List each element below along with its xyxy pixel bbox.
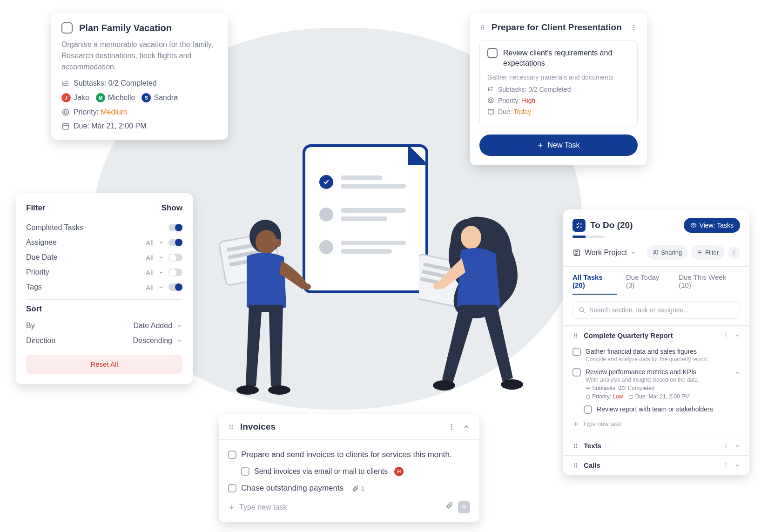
expand-icon[interactable] [734,463,740,468]
filter-label: Filter [705,249,719,256]
assignee-name: Jake [74,94,89,102]
checkbox[interactable] [228,451,236,459]
task-description: Organise a memorable vacation for the fa… [61,39,218,73]
svg-point-43 [574,445,575,446]
sort-direction-label: Direction [26,337,55,345]
drag-handle-icon[interactable] [572,332,579,339]
priority-icon [586,394,591,399]
view-tasks-button[interactable]: View: Tasks [684,218,740,233]
collapse-icon[interactable] [463,423,470,431]
collapse-icon[interactable] [734,370,740,376]
task-text: Send invoices via email or mail to clien… [254,467,388,476]
svg-rect-23 [488,109,493,114]
more-icon[interactable] [723,443,729,449]
more-icon[interactable] [448,423,455,431]
task-row[interactable]: Chase outstanding payments1 [228,480,470,497]
svg-point-8 [232,428,233,429]
subtasks-count: Subtasks: 0/2 Completed [74,79,157,88]
svg-point-11 [451,428,452,430]
more-icon[interactable] [630,24,638,31]
new-task-button[interactable]: New Task [479,135,638,156]
plus-icon [537,142,544,148]
svg-point-24 [693,224,694,226]
svg-point-21 [488,98,493,103]
checkbox[interactable] [572,368,581,377]
task-text: Prepare and send invoices to clients for… [241,450,452,459]
task-row[interactable]: Prepare and send invoices to clients for… [228,446,470,463]
chevron-down-icon [631,250,636,256]
drag-handle-icon[interactable] [479,24,486,31]
tab[interactable]: Due Today (3) [626,273,669,295]
task-row[interactable]: Send invoices via email or mail to clien… [228,463,470,480]
svg-point-32 [574,335,575,336]
chevron-down-icon[interactable] [158,255,164,260]
svg-point-15 [483,25,484,26]
more-icon[interactable] [723,462,729,468]
task-row[interactable]: Review performance metrics and KPIsWrite… [572,365,740,403]
reset-all-button[interactable]: Reset All [26,355,182,374]
drag-handle-icon[interactable] [572,443,579,449]
section-title: Complete Quarterly Report [584,331,673,339]
svg-point-33 [574,337,575,337]
svg-point-27 [734,250,734,251]
checkbox[interactable] [61,22,73,34]
svg-point-39 [725,337,726,337]
drag-handle-icon[interactable] [572,462,579,469]
assignee: JJake [61,93,89,102]
svg-point-37 [725,333,726,334]
subtasks-count: Subtasks: 0/2 Completed [498,86,571,93]
tab[interactable]: All Tasks (20) [572,273,617,295]
more-button[interactable] [728,247,740,259]
tab[interactable]: Due This Week (10) [679,273,740,295]
sharing-button[interactable]: Sharing [647,245,687,260]
expand-icon[interactable] [734,443,740,449]
task-title: Gather financial data and sales figures [586,348,740,355]
more-icon [731,249,737,256]
drag-handle-icon[interactable] [228,424,235,430]
sort-direction-select[interactable]: Descending [133,337,183,345]
svg-point-66 [275,239,281,247]
svg-point-5 [229,428,230,429]
search-placeholder: Search section, task or assignee... [589,306,689,314]
priority-value: High [522,97,535,104]
checkbox[interactable] [572,348,581,356]
toggle[interactable] [168,239,182,246]
filter-value: All [146,239,154,247]
new-task-input[interactable]: Type new task [228,503,445,512]
svg-rect-2 [62,124,69,129]
toggle[interactable] [168,224,182,231]
show-heading: Show [162,203,182,213]
submit-button[interactable] [458,501,470,513]
more-icon[interactable] [723,332,729,338]
person-left-illustration [209,214,317,405]
client-presentation-card: Prepare for Client Presentation Review c… [470,13,647,165]
task-card-vacation: Plan Family Vacation Organise a memorabl… [51,13,228,140]
paperclip-icon[interactable] [445,501,453,509]
search-input[interactable]: Search section, task or assignee... [572,301,740,319]
checkbox[interactable] [228,484,236,492]
task-row[interactable]: Gather financial data and sales figuresC… [572,345,740,365]
checkbox[interactable] [487,48,498,58]
chevron-down-icon[interactable] [158,240,164,245]
toggle[interactable] [168,283,182,291]
checkbox[interactable] [241,467,249,476]
project-selector[interactable]: Work Project [572,249,636,257]
svg-point-77 [501,379,523,390]
toggle[interactable] [168,254,182,261]
filter-button[interactable]: Filter [691,245,724,260]
svg-point-67 [303,283,311,290]
svg-point-10 [451,426,452,428]
svg-point-44 [574,447,575,448]
sort-by-select[interactable]: Date Added [133,322,182,330]
toggle[interactable] [168,269,182,276]
collapse-icon[interactable] [734,333,740,338]
filter-value: All [146,254,154,262]
nested-task-row[interactable]: Review report with team or stakeholders [572,403,740,417]
checkbox[interactable] [584,405,592,414]
chevron-down-icon[interactable] [158,269,164,275]
filter-row: Completed Tasks [26,220,182,235]
section-calls: Calls [563,455,749,475]
chevron-down-icon[interactable] [158,284,164,290]
svg-point-20 [633,29,635,30]
new-task-input[interactable]: Type new task [572,417,740,431]
